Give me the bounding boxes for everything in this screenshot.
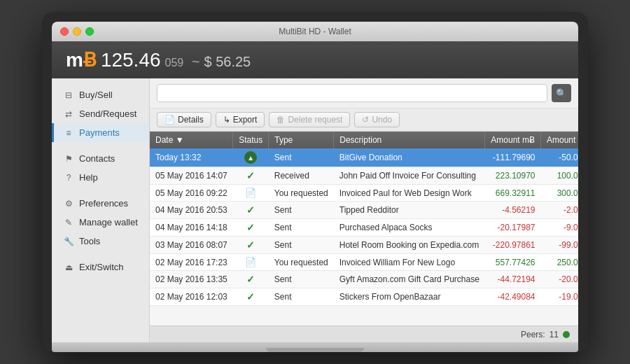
undo-icon: ↺	[362, 115, 369, 125]
cell-description: Hotel Room Booking on Expedia.com	[334, 237, 485, 254]
table-row[interactable]: 02 May 2016 17:23 📄 You requested Invoic…	[150, 254, 578, 271]
export-icon: ↳	[223, 115, 230, 125]
delete-icon: 🗑	[276, 115, 285, 125]
maximize-button[interactable]	[85, 27, 94, 36]
send-request-icon: ⇄	[64, 109, 74, 119]
buy-sell-icon: ⊟	[64, 90, 74, 100]
sidebar-item-tools[interactable]: 🔧 Tools	[52, 232, 149, 251]
transactions-table-container[interactable]: Date ▼ Status Type Description Amount mɃ…	[150, 132, 578, 326]
cell-date: 05 May 2016 14:07	[150, 167, 233, 185]
details-button[interactable]: 📄 Details	[157, 112, 211, 127]
sidebar-gap-1	[52, 142, 149, 149]
sidebar-item-contacts[interactable]: ⚑ Contacts	[52, 149, 149, 168]
cell-amount-usd: -9.04	[541, 219, 578, 237]
cell-status: 📄	[233, 254, 269, 271]
cell-type: Sent	[269, 288, 334, 306]
cell-date: 02 May 2016 13:35	[150, 271, 233, 288]
main-content: ⊟ Buy/Sell ⇄ Send/Request ≡ Payments ⚑	[52, 78, 578, 342]
col-header-type: Type	[269, 132, 334, 148]
cell-status: ✓	[233, 237, 269, 254]
sidebar-gap-3	[52, 251, 149, 258]
table-row[interactable]: 02 May 2016 13:35 ✓ Sent Gyft Amazon.com…	[150, 271, 578, 288]
btc-logo: mɃ	[66, 48, 97, 71]
cell-status: ✓	[233, 288, 269, 306]
cell-amount-btc: -20.17987	[485, 219, 541, 237]
cell-date: 05 May 2016 09:22	[150, 185, 233, 202]
table-body: Today 13:32 ▲ Sent BitGive Donation -111…	[150, 148, 578, 306]
sidebar-item-preferences[interactable]: ⚙ Preferences	[52, 194, 149, 213]
help-icon: ?	[64, 173, 74, 183]
cell-status: ▲	[233, 148, 269, 167]
table-row[interactable]: 05 May 2016 14:07 ✓ Received John Paid O…	[150, 167, 578, 185]
table-row[interactable]: 03 May 2016 08:07 ✓ Sent Hotel Room Book…	[150, 237, 578, 254]
details-label: Details	[178, 115, 204, 125]
col-header-amount-usd: Amount $	[541, 132, 578, 148]
btc-symbol: Ƀ	[83, 49, 97, 71]
cell-status: ✓	[233, 202, 269, 219]
cell-description: BitGive Donation	[334, 148, 485, 167]
sidebar: ⊟ Buy/Sell ⇄ Send/Request ≡ Payments ⚑	[52, 78, 150, 342]
sidebar-item-buy-sell[interactable]: ⊟ Buy/Sell	[52, 85, 149, 104]
cell-status: ✓	[233, 271, 269, 288]
laptop-base	[52, 342, 578, 352]
close-button[interactable]	[60, 27, 69, 36]
export-button[interactable]: ↳ Export	[216, 112, 265, 127]
table-row[interactable]: 05 May 2016 09:22 📄 You requested Invoic…	[150, 185, 578, 202]
sidebar-label-send-request: Send/Request	[79, 108, 136, 119]
search-input[interactable]	[157, 84, 547, 102]
tools-icon: 🔧	[64, 237, 74, 246]
cell-date: Today 13:32	[150, 148, 233, 167]
cell-amount-btc: 669.32911	[485, 185, 541, 202]
table-row[interactable]: 04 May 2016 14:18 ✓ Sent Purchased Alpac…	[150, 219, 578, 237]
content-area: 🔍 📄 Details ↳ Export	[150, 78, 578, 342]
sidebar-item-help[interactable]: ? Help	[52, 168, 149, 187]
header-amount-small: 059	[165, 57, 184, 69]
cell-date: 04 May 2016 14:18	[150, 219, 233, 237]
laptop-frame: MultiBit HD - Wallet mɃ 125.46 059 ~ $ 5…	[42, 12, 588, 352]
title-bar: MultiBit HD - Wallet	[52, 22, 578, 41]
sidebar-item-payments[interactable]: ≡ Payments	[52, 123, 149, 142]
cell-type: Sent	[269, 202, 334, 219]
header-fiat: $ 56.25	[204, 54, 251, 70]
cell-amount-usd: -2.04	[541, 202, 578, 219]
export-label: Export	[233, 115, 258, 125]
cell-description: Invoiced William For New Logo	[334, 254, 485, 271]
sidebar-label-buy-sell: Buy/Sell	[79, 90, 113, 100]
delete-button[interactable]: 🗑 Delete request	[269, 112, 350, 127]
cell-amount-usd: 250.00	[541, 254, 578, 271]
contacts-icon: ⚑	[64, 154, 74, 164]
cell-type: Sent	[269, 237, 334, 254]
transactions-table: Date ▼ Status Type Description Amount mɃ…	[150, 132, 578, 306]
cell-type: Sent	[269, 219, 334, 237]
search-button[interactable]: 🔍	[552, 84, 571, 102]
cell-type: Received	[269, 167, 334, 185]
undo-label: Undo	[372, 115, 392, 125]
sidebar-label-payments: Payments	[79, 127, 120, 138]
cell-status: ✓	[233, 167, 269, 185]
table-row[interactable]: Today 13:32 ▲ Sent BitGive Donation -111…	[150, 148, 578, 167]
table-row[interactable]: 02 May 2016 12:03 ✓ Sent Stickers From O…	[150, 288, 578, 306]
cell-amount-btc: -4.56219	[485, 202, 541, 219]
cell-amount-btc: -42.49084	[485, 288, 541, 306]
search-icon: 🔍	[556, 88, 567, 99]
cell-type: You requested	[269, 185, 334, 202]
cell-date: 03 May 2016 08:07	[150, 237, 233, 254]
sidebar-item-exit[interactable]: ⏏ Exit/Switch	[52, 258, 149, 276]
sidebar-item-send-request[interactable]: ⇄ Send/Request	[52, 104, 149, 123]
search-bar: 🔍	[150, 78, 578, 108]
cell-description: Invoiced Paul for Web Design Work	[334, 185, 485, 202]
details-icon: 📄	[164, 115, 175, 125]
cell-type: Sent	[269, 148, 334, 167]
col-header-amount-btc: Amount mɃ	[485, 132, 541, 148]
app-body: mɃ 125.46 059 ~ $ 56.25 ⊟ Buy/Sell ⇄	[52, 41, 578, 342]
cell-amount-btc: -111.79690	[485, 148, 541, 167]
traffic-lights	[60, 27, 94, 36]
manage-wallet-icon: ✎	[64, 218, 74, 227]
table-row[interactable]: 04 May 2016 20:53 ✓ Sent Tipped Redditor…	[150, 202, 578, 219]
window-title: MultiBit HD - Wallet	[279, 27, 351, 36]
minimize-button[interactable]	[73, 27, 81, 36]
undo-button[interactable]: ↺ Undo	[354, 112, 400, 127]
sidebar-item-manage-wallet[interactable]: ✎ Manage wallet	[52, 213, 149, 232]
cell-description: John Paid Off Invoice For Consulting	[334, 167, 485, 185]
exit-icon: ⏏	[64, 262, 74, 272]
